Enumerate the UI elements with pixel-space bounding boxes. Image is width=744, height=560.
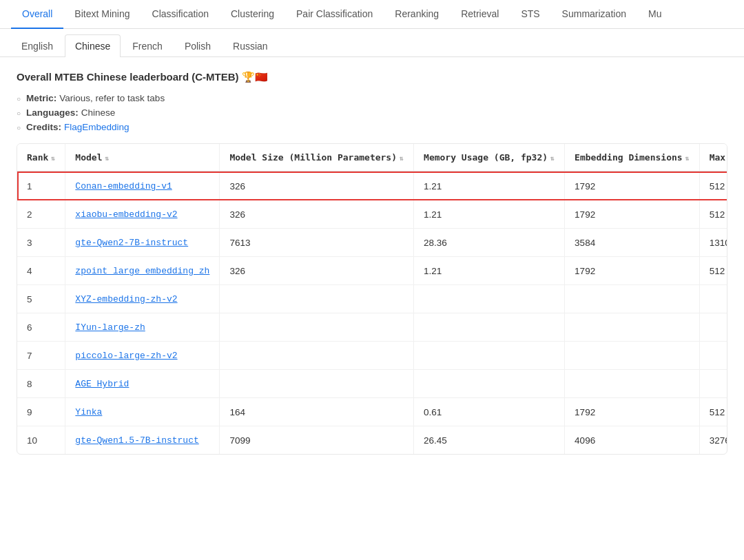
- rank-cell: 3: [17, 229, 65, 257]
- memory-usage-cell: 0.61: [414, 398, 565, 426]
- top-nav-item-summarization[interactable]: Summarization: [551, 0, 637, 29]
- col-header-5[interactable]: Max Tokens⇅: [699, 144, 727, 172]
- rank-cell: 8: [17, 370, 65, 398]
- sort-icon: ⇅: [685, 154, 690, 162]
- embedding-dims-cell: 1792: [565, 172, 700, 200]
- top-nav-item-reranking[interactable]: Reranking: [384, 0, 450, 29]
- model-link[interactable]: gte-Qwen1.5-7B-instruct: [75, 435, 198, 446]
- max-tokens-cell: 512: [699, 257, 727, 285]
- model-size-cell: 7613: [220, 229, 414, 257]
- col-header-0[interactable]: Rank⇅: [17, 144, 65, 172]
- table-row: 8AGE_Hybrid70.85: [17, 370, 727, 398]
- max-tokens-cell: [699, 370, 727, 398]
- table-body: 1Conan-embedding-v13261.21179251272.622x…: [17, 172, 727, 454]
- top-nav-item-mu[interactable]: Mu: [637, 0, 672, 29]
- col-header-1[interactable]: Model⇅: [65, 144, 220, 172]
- col-header-2[interactable]: Model Size (Million Parameters)⇅: [220, 144, 414, 172]
- lang-nav-item-english[interactable]: English: [11, 34, 63, 57]
- lang-nav: EnglishChineseFrenchPolishRussian: [0, 29, 744, 57]
- model-size-cell: 326: [220, 172, 414, 200]
- model-size-cell: [220, 313, 414, 342]
- lang-nav-item-french[interactable]: French: [122, 34, 173, 57]
- model-link[interactable]: AGE_Hybrid: [75, 379, 129, 389]
- rank-cell: 5: [17, 285, 65, 313]
- model-cell[interactable]: gte-Qwen2-7B-instruct: [65, 229, 220, 257]
- model-cell[interactable]: zpoint_large_embedding_zh: [65, 257, 220, 285]
- model-size-cell: 326: [220, 257, 414, 285]
- model-cell[interactable]: XYZ-embedding-zh-v2: [65, 285, 220, 313]
- max-tokens-cell: 32768: [699, 426, 727, 455]
- leaderboard-table: Rank⇅Model⇅Model Size (Million Parameter…: [17, 144, 727, 454]
- meta-item: Credits:FlagEmbedding: [17, 122, 727, 132]
- meta-item: Metric: Various, refer to task tabs: [17, 93, 727, 103]
- model-link[interactable]: zpoint_large_embedding_zh: [75, 266, 209, 276]
- model-link[interactable]: gte-Qwen2-7B-instruct: [75, 238, 188, 248]
- max-tokens-cell: 512: [699, 172, 727, 200]
- meta-item: Languages: Chinese: [17, 107, 727, 118]
- rank-cell: 6: [17, 313, 65, 342]
- memory-usage-cell: [414, 342, 565, 370]
- model-link[interactable]: XYZ-embedding-zh-v2: [75, 294, 177, 304]
- max-tokens-cell: [699, 285, 727, 313]
- embedding-dims-cell: 1792: [565, 200, 700, 229]
- rank-cell: 10: [17, 426, 65, 455]
- table-row: 10gte-Qwen1.5-7B-instruct709926.45409632…: [17, 426, 727, 455]
- model-size-cell: [220, 342, 414, 370]
- top-nav-item-pair-classification[interactable]: Pair Classification: [285, 0, 384, 29]
- model-cell[interactable]: AGE_Hybrid: [65, 370, 220, 398]
- top-nav: OverallBitext MiningClassificationCluste…: [0, 0, 744, 29]
- embedding-dims-cell: [565, 313, 700, 342]
- table-row: 7piccolo-large-zh-v270.95: [17, 342, 727, 370]
- top-nav-item-sts[interactable]: STS: [510, 0, 550, 29]
- col-header-4[interactable]: Embedding Dimensions⇅: [565, 144, 700, 172]
- table-row: 9Yinka1640.61179251270.78: [17, 398, 727, 426]
- max-tokens-cell: 512: [699, 398, 727, 426]
- model-link[interactable]: Yinka: [75, 407, 102, 417]
- memory-usage-cell: [414, 370, 565, 398]
- lang-nav-item-polish[interactable]: Polish: [174, 34, 221, 57]
- table-row: 6IYun-large-zh71.04: [17, 313, 727, 342]
- memory-usage-cell: 1.21: [414, 200, 565, 229]
- model-link[interactable]: Conan-embedding-v1: [75, 181, 172, 191]
- lang-nav-item-russian[interactable]: Russian: [223, 34, 278, 57]
- rank-cell: 4: [17, 257, 65, 285]
- meta-key: Credits:: [26, 122, 61, 132]
- embedding-dims-cell: 4096: [565, 426, 700, 455]
- rank-cell: 1: [17, 172, 65, 200]
- model-cell[interactable]: Yinka: [65, 398, 220, 426]
- model-cell[interactable]: gte-Qwen1.5-7B-instruct: [65, 426, 220, 455]
- embedding-dims-cell: 3584: [565, 229, 700, 257]
- top-nav-item-retrieval[interactable]: Retrieval: [450, 0, 510, 29]
- model-size-cell: [220, 370, 414, 398]
- sort-icon: ⇅: [51, 154, 55, 162]
- model-size-cell: 326: [220, 200, 414, 229]
- memory-usage-cell: [414, 313, 565, 342]
- embedding-dims-cell: 1792: [565, 398, 700, 426]
- top-nav-item-classification[interactable]: Classification: [141, 0, 220, 29]
- model-cell[interactable]: piccolo-large-zh-v2: [65, 342, 220, 370]
- meta-value: Various, refer to task tabs: [59, 93, 165, 103]
- top-nav-item-bitext-mining[interactable]: Bitext Mining: [63, 0, 141, 29]
- model-link[interactable]: xiaobu-embedding-v2: [75, 209, 177, 220]
- embedding-dims-cell: [565, 370, 700, 398]
- embedding-dims-cell: 1792: [565, 257, 700, 285]
- model-cell[interactable]: IYun-large-zh: [65, 313, 220, 342]
- rank-cell: 9: [17, 398, 65, 426]
- meta-link[interactable]: FlagEmbedding: [64, 122, 130, 132]
- embedding-dims-cell: [565, 342, 700, 370]
- model-cell[interactable]: Conan-embedding-v1: [65, 172, 220, 200]
- meta-list: Metric: Various, refer to task tabsLangu…: [17, 93, 727, 132]
- sort-icon: ⇅: [550, 154, 555, 162]
- max-tokens-cell: 131072: [699, 229, 727, 257]
- top-nav-item-clustering[interactable]: Clustering: [220, 0, 285, 29]
- model-cell[interactable]: xiaobu-embedding-v2: [65, 200, 220, 229]
- model-link[interactable]: piccolo-large-zh-v2: [75, 351, 177, 361]
- table-header: Rank⇅Model⇅Model Size (Million Parameter…: [17, 144, 727, 172]
- top-nav-item-overall[interactable]: Overall: [11, 0, 63, 29]
- lang-nav-item-chinese[interactable]: Chinese: [65, 34, 121, 57]
- model-link[interactable]: IYun-large-zh: [75, 322, 145, 333]
- memory-usage-cell: 26.45: [414, 426, 565, 455]
- model-size-cell: [220, 285, 414, 313]
- col-header-3[interactable]: Memory Usage (GB, fp32)⇅: [414, 144, 565, 172]
- model-size-cell: 7099: [220, 426, 414, 455]
